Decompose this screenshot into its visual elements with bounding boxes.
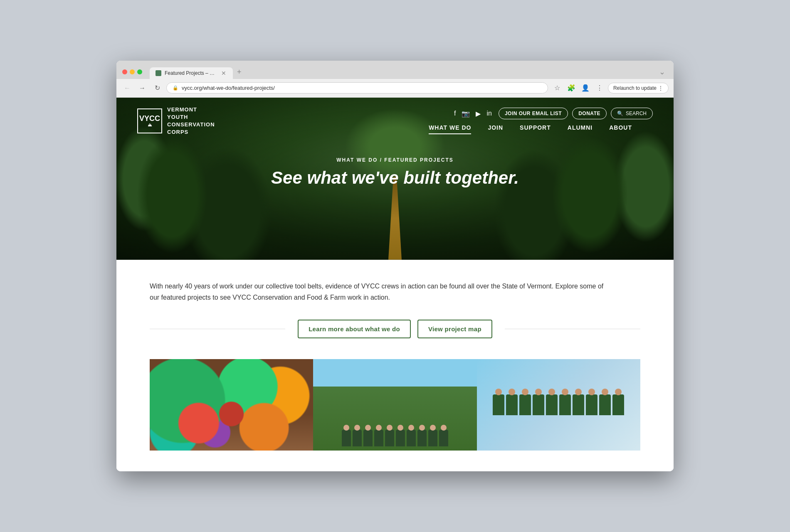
team-person-6: [559, 394, 571, 415]
person-10: [439, 430, 448, 446]
linkedin-icon[interactable]: in: [486, 110, 491, 117]
relaunch-label: Relaunch to update: [613, 85, 657, 91]
nav-item-join[interactable]: JOIN: [488, 124, 503, 134]
relaunch-menu-icon: ⋮: [658, 85, 663, 91]
learn-more-button[interactable]: Learn more about what we do: [298, 320, 411, 338]
cta-right-line: [505, 329, 640, 329]
view-map-button[interactable]: View project map: [417, 320, 492, 338]
toolbar-icons: ☆ 🧩 👤 ⋮ Relaunch to update ⋮: [551, 82, 669, 94]
person-2: [353, 430, 362, 446]
nav-item-what-we-do[interactable]: WHAT WE DO: [429, 124, 471, 134]
active-tab[interactable]: Featured Projects – Vermont ✕: [150, 67, 233, 79]
person-6: [396, 430, 405, 446]
person-7: [407, 430, 416, 446]
tab-favicon: [156, 70, 161, 76]
person-3: [363, 430, 373, 446]
person-5: [385, 430, 394, 446]
main-navigation: WHAT WE DO JOIN SUPPORT ALUMNI ABOUT: [408, 124, 653, 134]
cta-row: Learn more about what we do View project…: [150, 320, 640, 338]
tab-close-icon[interactable]: ✕: [220, 70, 227, 76]
team-person-5: [546, 394, 558, 415]
team-person-8: [586, 394, 597, 415]
back-button[interactable]: ←: [121, 82, 133, 94]
breadcrumb: WHAT WE DO / FEATURED PROJECTS: [116, 157, 674, 163]
gallery-item-team: [477, 359, 640, 451]
forward-button[interactable]: →: [136, 82, 148, 94]
nav-item-support[interactable]: SUPPORT: [520, 124, 551, 134]
search-label: SEARCH: [626, 111, 647, 116]
new-tab-button[interactable]: +: [233, 65, 246, 79]
join-email-button[interactable]: JOIN OUR EMAIL LIST: [499, 108, 568, 119]
team-person-3: [519, 394, 531, 415]
logo-abbr: VYCC: [139, 115, 160, 122]
logo-line1: VERMONT: [167, 106, 215, 113]
logo-box: VYCC ⛰: [137, 108, 162, 133]
browser-chrome: Featured Projects – Vermont ✕ + ⌄ ← → ↻ …: [116, 61, 674, 98]
browser-window: Featured Projects – Vermont ✕ + ⌄ ← → ↻ …: [116, 61, 674, 471]
profile-icon[interactable]: 👤: [580, 82, 591, 94]
person-9: [428, 430, 437, 446]
person-4: [374, 430, 383, 446]
person-8: [417, 430, 427, 446]
menu-icon[interactable]: ⋮: [594, 82, 605, 94]
team-person-1: [493, 394, 504, 415]
photo-gallery: [150, 359, 640, 451]
browser-toolbar: ← → ↻ 🔒 vycc.org/what-we-do/featured-pro…: [116, 79, 674, 98]
team-person-7: [573, 394, 584, 415]
social-icons: f 📷 ▶ in: [454, 110, 492, 118]
team-person-10: [612, 394, 624, 415]
minimize-button[interactable]: [130, 69, 135, 74]
website-content: VYCC ⛰ VERMONT YOUTH CONSERVATION CORPS …: [116, 98, 674, 471]
bookmark-icon[interactable]: ☆: [551, 82, 563, 94]
hero-title: See what we've built together.: [116, 168, 674, 188]
tab-title: Featured Projects – Vermont: [165, 70, 217, 76]
address-bar[interactable]: 🔒 vycc.org/what-we-do/featured-projects/: [166, 82, 548, 94]
tab-dropdown-icon[interactable]: ⌄: [657, 65, 668, 79]
logo-area: VYCC ⛰ VERMONT YOUTH CONSERVATION CORPS: [137, 106, 215, 136]
close-button[interactable]: [122, 69, 127, 74]
search-icon: 🔍: [617, 111, 623, 116]
team-person-2: [506, 394, 518, 415]
logo-text: VERMONT YOUTH CONSERVATION CORPS: [167, 106, 215, 136]
title-bar: Featured Projects – Vermont ✕ + ⌄: [116, 61, 674, 79]
donate-button[interactable]: DONATE: [572, 108, 607, 119]
youtube-icon[interactable]: ▶: [476, 110, 481, 118]
person-1: [342, 430, 351, 446]
logo-line2: YOUTH: [167, 113, 215, 121]
url-text: vycc.org/what-we-do/featured-projects/: [182, 85, 542, 91]
logo-line4: CORPS: [167, 128, 215, 136]
facebook-icon[interactable]: f: [454, 110, 456, 117]
nav-item-alumni[interactable]: ALUMNI: [568, 124, 592, 134]
search-button[interactable]: 🔍 SEARCH: [611, 108, 653, 119]
team-person-4: [533, 394, 544, 415]
cta-left-line: [150, 329, 285, 329]
header-actions: JOIN OUR EMAIL LIST DONATE 🔍 SEARCH: [499, 108, 653, 119]
extensions-icon[interactable]: 🧩: [565, 82, 577, 94]
relaunch-button[interactable]: Relaunch to update ⋮: [608, 83, 669, 94]
intro-paragraph: With nearly 40 years of work under our c…: [150, 281, 607, 303]
logo-line3: CONSERVATION: [167, 121, 215, 128]
site-header: VYCC ⛰ VERMONT YOUTH CONSERVATION CORPS …: [116, 98, 674, 145]
gallery-item-veggies: [150, 359, 313, 451]
content-section: With nearly 40 years of work under our c…: [116, 260, 674, 471]
logo-mountain-icon: ⛰: [148, 123, 152, 127]
traffic-lights: [122, 69, 142, 74]
instagram-icon[interactable]: 📷: [462, 110, 470, 118]
tabs-bar: Featured Projects – Vermont ✕ + ⌄: [150, 65, 668, 79]
gallery-item-group: [313, 359, 476, 451]
maximize-button[interactable]: [137, 69, 142, 74]
people-row: [342, 430, 448, 446]
cta-buttons: Learn more about what we do View project…: [285, 320, 505, 338]
reload-button[interactable]: ↻: [151, 82, 163, 94]
lock-icon: 🔒: [173, 85, 178, 91]
hero-section: VYCC ⛰ VERMONT YOUTH CONSERVATION CORPS …: [116, 98, 674, 260]
team-person-9: [599, 394, 611, 415]
nav-item-about[interactable]: ABOUT: [609, 124, 632, 134]
